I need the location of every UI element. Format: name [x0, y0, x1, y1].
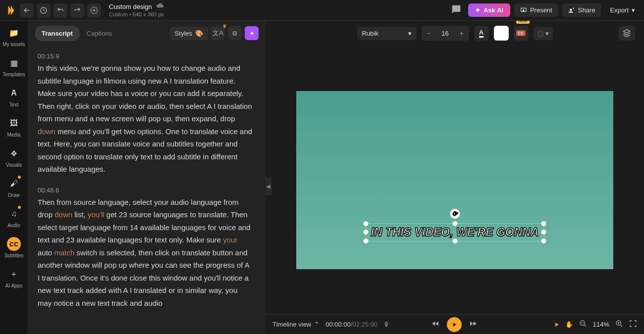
nav-my-assets[interactable]: 📁 My assets [2, 26, 26, 47]
skip-forward-button[interactable] [469, 319, 478, 330]
cc-box-icon: CC [516, 30, 526, 36]
tab-transcript[interactable]: Transcript [35, 26, 80, 41]
zoom-in-button[interactable] [615, 320, 623, 329]
undo-button[interactable] [54, 3, 67, 17]
image-icon: 🖼 [7, 116, 21, 130]
transcript-settings-button[interactable]: ⚙ [228, 26, 242, 40]
cloud-sync-icon [156, 2, 164, 11]
music-icon: ♫ [7, 207, 21, 221]
cursor-tool[interactable]: ➤ [554, 321, 559, 328]
font-size-decrease[interactable]: − [423, 27, 435, 40]
svg-point-1 [93, 9, 95, 11]
text-icon: A [7, 86, 21, 100]
nav-visuals[interactable]: ❖ Visuals [2, 146, 26, 168]
brush-icon: 🖌 [7, 177, 21, 191]
resize-handle[interactable] [452, 221, 457, 226]
chevron-up-icon: ⌃ [314, 321, 320, 328]
chevron-down-icon: ▾ [545, 30, 549, 37]
crown-icon: ♛ [222, 23, 227, 29]
back-button[interactable] [20, 3, 34, 17]
export-button[interactable]: Export ▾ [605, 3, 640, 17]
resize-handle[interactable] [541, 230, 546, 235]
sparkle-icon: ✦ [249, 30, 255, 37]
folder-icon: 📁 [7, 26, 21, 40]
segment-text[interactable]: Then from source language, select your a… [38, 196, 253, 310]
cc-icon: cc [7, 237, 21, 251]
alignment-button[interactable]: ⬚ ▾ [534, 27, 553, 40]
microphone-button[interactable]: 🎙 [383, 321, 390, 328]
new-badge: New [516, 21, 530, 24]
redo-button[interactable] [70, 3, 84, 17]
font-size-value[interactable]: 16 [435, 30, 455, 37]
align-icon: ⬚ [537, 30, 543, 37]
timecode: 00:00:00/02:25:90 [325, 321, 377, 328]
fullscreen-button[interactable] [629, 320, 637, 329]
tab-captions[interactable]: Captions [80, 26, 119, 41]
share-button[interactable]: Share [562, 3, 601, 17]
plus-icon: ＋ [7, 267, 21, 281]
transcript-segment[interactable]: 00:48.6Then from source language, select… [38, 187, 253, 310]
design-title[interactable]: Custom design [109, 3, 152, 11]
nav-draw[interactable]: 🖌 Draw [2, 177, 26, 198]
timeline-view-toggle[interactable]: Timeline view ⌃ [272, 321, 320, 328]
skip-back-button[interactable] [431, 319, 440, 330]
play-button[interactable] [447, 317, 462, 332]
styles-button[interactable]: Styles 🎨 [170, 27, 208, 40]
nav-audio[interactable]: ♫ Audio [2, 207, 26, 228]
badge-dot [18, 176, 21, 179]
nav-text[interactable]: A Text [2, 86, 26, 107]
ai-sparkle-button[interactable]: ✦ [245, 26, 259, 40]
resize-handle[interactable] [364, 221, 369, 226]
segment-timestamp: 00:48.6 [38, 187, 253, 194]
grid-icon: ▦ [7, 56, 21, 70]
hand-tool[interactable]: ✋ [565, 321, 573, 328]
translate-icon: 文A [213, 29, 223, 38]
segment-text[interactable]: In this video, we're gonna show you how … [38, 62, 253, 176]
zoom-out-button[interactable] [579, 320, 587, 329]
resize-handle[interactable] [541, 221, 546, 226]
palette-icon: 🎨 [195, 30, 203, 37]
resize-handle[interactable] [541, 239, 546, 243]
history-button[interactable] [37, 3, 51, 17]
translate-button[interactable]: 文A ♛ [211, 26, 225, 40]
resize-handle[interactable] [364, 230, 369, 235]
caption-text-element[interactable]: IN THIS VIDEO, WE'RE GONNA ⟳ [366, 223, 544, 241]
present-button[interactable]: Present [514, 3, 558, 17]
badge-dot [18, 206, 21, 209]
layers-button[interactable] [618, 26, 635, 41]
ask-ai-button[interactable]: ✦ Ask AI [468, 3, 510, 17]
zoom-level[interactable]: 114% [593, 321, 609, 328]
nav-templates[interactable]: ▦ Templates [2, 56, 26, 77]
nav-media[interactable]: 🖼 Media [2, 116, 26, 138]
settings-button[interactable] [87, 3, 101, 17]
text-color-button[interactable]: A [474, 26, 489, 41]
chevron-down-icon: ▾ [408, 30, 412, 37]
transcript-segment[interactable]: 00:15.9In this video, we're gonna show y… [38, 52, 253, 176]
nav-ai-apps[interactable]: ＋ AI Apps [2, 267, 26, 288]
app-logo [5, 4, 17, 16]
sparkle-icon: ✦ [475, 6, 481, 14]
background-color-swatch[interactable] [494, 26, 509, 41]
comments-button[interactable] [448, 4, 464, 16]
design-dimensions: Custom • 640 x 360 px [109, 11, 164, 18]
shapes-icon: ❖ [7, 146, 21, 160]
rotate-handle[interactable]: ⟳ [450, 209, 460, 219]
chevron-down-icon: ▾ [632, 6, 635, 14]
caption-style-button[interactable]: New CC [514, 26, 529, 41]
gear-icon: ⚙ [232, 30, 238, 37]
font-family-select[interactable]: Rubik ▾ [357, 27, 417, 40]
svg-point-3 [570, 8, 572, 11]
resize-handle[interactable] [364, 239, 369, 243]
resize-handle[interactable] [452, 239, 457, 243]
canvas-stage[interactable]: IN THIS VIDEO, WE'RE GONNA ⟳ [296, 91, 613, 269]
segment-timestamp: 00:15.9 [38, 52, 253, 60]
nav-subtitles[interactable]: cc Subtitles [2, 237, 26, 258]
font-size-increase[interactable]: + [455, 27, 468, 40]
